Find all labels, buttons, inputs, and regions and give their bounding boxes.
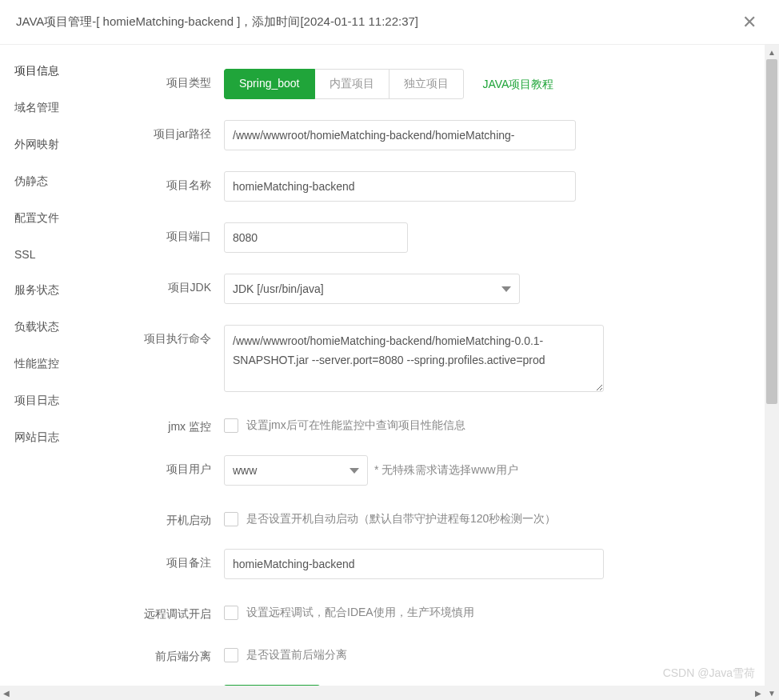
row-jdk: 项目JDK JDK [/usr/bin/java] [128,274,747,304]
fe-be-split-checkbox[interactable] [224,648,238,662]
dialog-header: JAVA项目管理-[ homieMatching-backend ]，添加时间[… [0,0,779,45]
row-exec-cmd: 项目执行命令 /www/wwwroot/homieMatching-backen… [128,325,747,392]
seg-standalone[interactable]: 独立项目 [390,69,464,99]
sidebar-item-config[interactable]: 配置文件 [0,200,112,237]
row-remote-debug: 远程调试开启 设置远程调试，配合IDEA使用，生产环境慎用 [128,600,747,622]
seg-spring-boot[interactable]: Spring_boot [224,69,315,99]
sidebar-item-label: 负载状态 [14,320,59,333]
project-name-input[interactable] [224,171,576,202]
row-autostart: 开机启动 是否设置开机自动启动（默认自带守护进程每120秒检测一次） [128,506,747,528]
horizontal-scrollbar[interactable]: ◀ ▶ [0,686,765,700]
scroll-down-icon[interactable]: ▼ [765,686,779,700]
sidebar-item-label: 服务状态 [14,283,59,296]
sidebar-item-nat[interactable]: 外网映射 [0,126,112,163]
label-jar-path: 项目jar路径 [128,120,224,142]
outer-scrollbar[interactable]: ▲ ▼ [765,45,779,700]
row-fe-be-split: 前后端分离 是否设置前后端分离 [128,642,747,664]
label-exec-cmd: 项目执行命令 [128,325,224,346]
project-type-segmented: Spring_boot 内置项目 独立项目 [224,69,464,99]
sidebar-item-label: 项目日志 [14,394,59,406]
sidebar-item-rewrite[interactable]: 伪静态 [0,163,112,200]
sidebar-item-perf-monitor[interactable]: 性能监控 [0,346,112,382]
user-select-value: www [233,464,257,477]
row-port: 项目端口 [128,222,747,253]
sidebar-item-load-status[interactable]: 负载状态 [0,309,112,346]
fe-be-split-desc: 是否设置前后端分离 [246,648,347,662]
label-fe-be-split: 前后端分离 [128,642,224,664]
autostart-checkbox[interactable] [224,512,238,526]
sidebar-item-site-log[interactable]: 网站日志 [0,419,112,456]
sidebar-item-label: 域名管理 [14,101,59,114]
scroll-up-icon[interactable]: ▲ [765,45,779,59]
scroll-thumb[interactable] [766,59,777,404]
row-remark: 项目备注 [128,549,747,579]
sidebar-item-project-log[interactable]: 项目日志 [0,382,112,419]
port-input[interactable] [224,222,408,253]
autostart-desc: 是否设置开机自动启动（默认自带守护进程每120秒检测一次） [246,512,556,526]
label-port: 项目端口 [128,222,224,244]
user-select[interactable]: www [224,455,368,486]
scroll-track[interactable] [765,59,779,686]
label-remote-debug: 远程调试开启 [128,600,224,622]
scroll-left-icon[interactable]: ◀ [3,689,10,698]
sidebar-item-service-status[interactable]: 服务状态 [0,272,112,309]
dialog-title: JAVA项目管理-[ homieMatching-backend ]，添加时间[… [16,14,418,30]
sidebar-item-label: 项目信息 [14,64,59,77]
chevron-down-icon [350,468,359,474]
sidebar-item-label: 网站日志 [14,430,59,443]
label-user: 项目用户 [128,455,224,477]
sidebar-item-label: SSL [14,248,35,261]
remark-input[interactable] [224,549,604,579]
jdk-select[interactable]: JDK [/usr/bin/java] [224,274,520,304]
exec-cmd-textarea[interactable]: /www/wwwroot/homieMatching-backend/homie… [224,325,604,392]
label-jdk: 项目JDK [128,274,224,295]
sidebar-item-ssl[interactable]: SSL [0,237,112,272]
label-autostart: 开机启动 [128,506,224,528]
jdk-select-value: JDK [/usr/bin/java] [233,282,324,295]
row-jmx: jmx 监控 设置jmx后可在性能监控中查询项目性能信息 [128,413,747,434]
control-project-type: Spring_boot 内置项目 独立项目 JAVA项目教程 [224,69,747,99]
sidebar-item-label: 伪静态 [14,174,48,187]
seg-builtin[interactable]: 内置项目 [315,69,390,99]
label-remark: 项目备注 [128,549,224,570]
row-project-name: 项目名称 [128,171,747,202]
jmx-checkbox[interactable] [224,418,238,433]
label-project-type: 项目类型 [128,69,224,90]
content-wrap: 项目类型 Spring_boot 内置项目 独立项目 JAVA项目教程 项目ja… [112,45,779,700]
sidebar-item-project-info[interactable]: 项目信息 [0,53,112,90]
row-jar-path: 项目jar路径 [128,120,747,150]
remote-debug-checkbox[interactable] [224,606,238,620]
dialog-body: 项目信息 域名管理 外网映射 伪静态 配置文件 SSL 服务状态 负载状态 性能… [0,45,779,700]
sidebar-item-label: 外网映射 [14,138,59,150]
sidebar: 项目信息 域名管理 外网映射 伪静态 配置文件 SSL 服务状态 负载状态 性能… [0,45,112,700]
remote-debug-desc: 设置远程调试，配合IDEA使用，生产环境慎用 [246,606,474,620]
jar-path-input[interactable] [224,120,576,150]
sidebar-item-domain[interactable]: 域名管理 [0,90,112,126]
jmx-desc: 设置jmx后可在性能监控中查询项目性能信息 [246,418,465,433]
sidebar-item-label: 配置文件 [14,211,59,224]
close-icon[interactable]: ✕ [736,10,763,34]
row-project-type: 项目类型 Spring_boot 内置项目 独立项目 JAVA项目教程 [128,69,747,99]
content[interactable]: 项目类型 Spring_boot 内置项目 独立项目 JAVA项目教程 项目ja… [112,45,779,700]
sidebar-item-label: 性能监控 [14,357,59,370]
label-project-name: 项目名称 [128,171,224,193]
dialog: JAVA项目管理-[ homieMatching-backend ]，添加时间[… [0,0,779,700]
chevron-down-icon [501,286,511,292]
row-user: 项目用户 www * 无特殊需求请选择www用户 [128,455,747,486]
user-hint: * 无特殊需求请选择www用户 [374,463,518,478]
java-tutorial-link[interactable]: JAVA项目教程 [483,76,554,92]
scroll-right-icon[interactable]: ▶ [755,689,761,698]
label-jmx: jmx 监控 [128,413,224,434]
